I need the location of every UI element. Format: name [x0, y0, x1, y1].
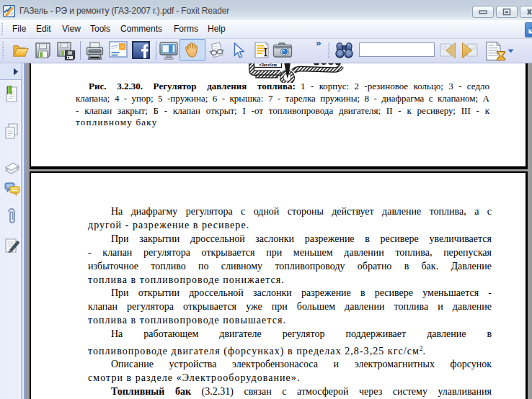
svg-text:>3кгс/см: >3кгс/см — [259, 63, 278, 67]
